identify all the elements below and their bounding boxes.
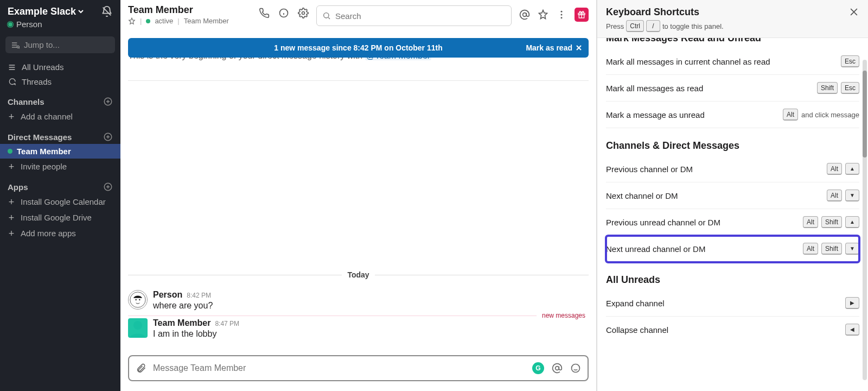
more-icon[interactable] [556, 9, 567, 20]
kbd-key: ▼ [845, 243, 859, 255]
star-icon[interactable] [128, 17, 136, 25]
shortcut-desc: Mark all messages as read [606, 84, 812, 93]
list-icon [8, 63, 16, 72]
kbd-key: ▼ [845, 190, 859, 201]
invite-people-label: Invite people [21, 162, 67, 171]
shortcut-desc: Next channel or DM [606, 191, 821, 200]
mark-as-read-button[interactable]: Mark as read [526, 43, 582, 52]
svg-point-0 [17, 46, 19, 48]
app-item-label: Add more apps [21, 229, 76, 238]
bell-icon[interactable] [101, 5, 113, 17]
jump-to[interactable]: Jump to... [5, 36, 115, 53]
plus-circle-icon[interactable] [103, 97, 113, 106]
shortcut-desc: Previous unread channel or DM [606, 218, 797, 227]
svg-point-9 [561, 14, 563, 16]
shortcut-row: Collapse channel◀ [606, 317, 859, 343]
mark-as-read-label: Mark as read [526, 43, 572, 52]
search-box[interactable] [316, 5, 512, 26]
shortcuts-sub-prefix: Press [606, 22, 624, 30]
svg-point-10 [561, 17, 563, 18]
close-icon[interactable] [576, 45, 582, 51]
message-text: where are you? [153, 301, 589, 311]
plus-icon: + [8, 214, 15, 222]
app-item-label: Install Google Drive [21, 213, 92, 222]
scrollbar-thumb[interactable] [863, 71, 867, 157]
shortcut-row: Previous channel or DMAlt▲ [606, 156, 859, 182]
workspace-header[interactable]: Example Slack [0, 0, 120, 20]
shortcuts-panel: Keyboard Shortcuts Press Ctrl / to toggl… [597, 0, 868, 391]
message-author[interactable]: Team Member [153, 318, 210, 328]
self-presence: Person [0, 20, 120, 34]
presence-dot-icon [146, 19, 150, 23]
apps-header[interactable]: Apps [0, 174, 120, 194]
app-item-gdrive[interactable]: +Install Google Drive [0, 210, 120, 225]
shortcut-keys: Alt▼ [827, 190, 859, 201]
jump-icon [11, 41, 20, 49]
message-row: Person8:42 PM where are you? [128, 290, 589, 311]
conversation-title: Team Member [128, 4, 259, 16]
kbd-key: / [646, 20, 660, 32]
shortcuts-body: Mark Messages Read and UnreadMark all me… [597, 38, 868, 391]
channels-header[interactable]: Channels [0, 89, 120, 109]
add-channel[interactable]: + Add a channel [0, 109, 120, 124]
kbd-key: Alt [803, 216, 818, 228]
conversation-sub: | active | Team Member [128, 17, 259, 25]
mentions-icon[interactable] [552, 363, 563, 374]
whats-new-button[interactable] [575, 8, 589, 22]
search-input[interactable] [335, 11, 506, 21]
channels-header-label: Channels [8, 97, 44, 106]
avatar[interactable] [128, 318, 148, 338]
plus-circle-icon[interactable] [103, 182, 113, 192]
main: Team Member | active | Team Member [120, 0, 597, 391]
paperclip-icon[interactable] [136, 363, 146, 374]
gear-icon[interactable] [298, 8, 309, 18]
close-button[interactable] [848, 7, 859, 20]
presence-dot-icon [8, 22, 13, 27]
shortcuts-sub-suffix: to toggle this panel. [662, 22, 724, 30]
shortcut-desc: Previous channel or DM [606, 165, 821, 174]
kbd-key: Alt [803, 243, 818, 255]
search-icon [322, 11, 331, 20]
threads-icon [8, 78, 16, 86]
nav-all-unreads[interactable]: All Unreads [0, 60, 120, 74]
shortcuts-section-title: All Unreads [606, 274, 859, 286]
sidebar: Example Slack Person Jump to... All Unre… [0, 0, 120, 391]
app-item-gcal[interactable]: +Install Google Calendar [0, 194, 120, 210]
svg-point-6 [324, 13, 329, 18]
star-icon[interactable] [538, 9, 548, 20]
grammarly-icon[interactable]: G [532, 362, 544, 374]
composer[interactable]: G [128, 355, 589, 381]
plus-icon: + [8, 230, 15, 237]
dm-item-team-member[interactable]: Team Member [0, 144, 120, 159]
kbd-key: Esc [841, 55, 859, 67]
app-item-more[interactable]: +Add more apps [0, 225, 120, 241]
shortcut-keys: ◀ [845, 324, 859, 336]
shortcut-keys: Altand click message [783, 109, 859, 121]
avatar[interactable] [128, 290, 148, 310]
shortcut-keys: ShiftEsc [817, 82, 859, 94]
info-icon[interactable] [278, 8, 289, 18]
kbd-key: Alt [827, 163, 842, 175]
svg-point-18 [572, 364, 580, 373]
composer-input[interactable] [153, 363, 526, 373]
shortcut-desc: Collapse channel [606, 325, 840, 335]
message-author[interactable]: Person [153, 290, 182, 300]
unread-banner-text: 1 new message since 8:42 PM on October 1… [274, 43, 442, 52]
shortcuts-section-title: Channels & Direct Messages [606, 140, 859, 152]
kbd-key: Shift [821, 243, 842, 255]
person-avatar-icon [130, 292, 146, 308]
kbd-key: ◀ [845, 324, 859, 336]
svg-point-17 [556, 367, 559, 370]
unread-banner[interactable]: 1 new message since 8:42 PM on October 1… [128, 38, 589, 58]
plus-circle-icon[interactable] [103, 132, 113, 142]
mentions-icon[interactable] [519, 9, 530, 20]
phone-icon[interactable] [259, 8, 270, 18]
kbd-key: Shift [817, 82, 838, 94]
emoji-icon[interactable] [570, 363, 581, 374]
nav-threads[interactable]: Threads [0, 74, 120, 89]
date-divider-label: Today [347, 270, 369, 279]
scrollbar[interactable] [863, 60, 867, 380]
dms-header[interactable]: Direct Messages [0, 124, 120, 144]
gift-icon [577, 10, 586, 19]
invite-people[interactable]: + Invite people [0, 159, 120, 174]
